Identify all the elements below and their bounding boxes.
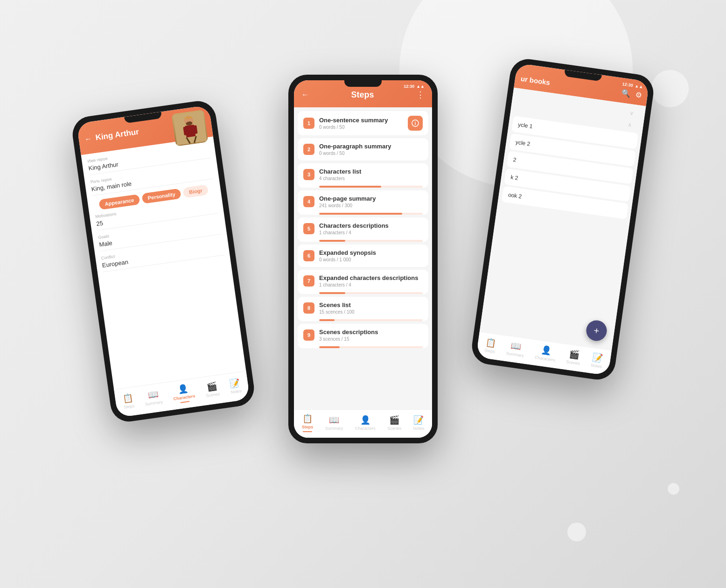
step-progress-fill-4 <box>319 213 402 215</box>
step-item-7[interactable]: 7Expanded characters descriptions1 chara… <box>298 270 428 294</box>
character-avatar <box>171 110 208 147</box>
nav-scenes-right[interactable]: 🎬 Scenes <box>566 348 582 366</box>
bottom-nav-center: 📋 Steps 📖 Summary 👤 Characters 🎬 Scenes <box>294 409 432 438</box>
step-progress-4 <box>319 213 423 215</box>
step-item-3[interactable]: 3Characters list4 characters <box>298 163 428 188</box>
chevron-up-icon: ∧ <box>628 122 633 129</box>
step-progress-fill-5 <box>319 240 345 242</box>
settings-icon-right[interactable]: ⚙ <box>635 90 642 100</box>
step-title-7: Expanded characters descriptions <box>319 274 423 281</box>
nav-summary-right[interactable]: 📖 Summary <box>506 340 526 358</box>
nav-notes-center[interactable]: 📝 Notes <box>413 415 425 431</box>
step-title-3: Characters list <box>319 168 423 175</box>
step-title-6: Expanded synopsis <box>319 249 423 256</box>
status-time-right: 12:30 <box>622 82 633 88</box>
step-title-9: Scenes descriptions <box>319 329 423 336</box>
summary-icon-right: 📖 <box>510 340 522 352</box>
notes-icon-center: 📝 <box>413 415 424 425</box>
tab-personality[interactable]: Personality <box>141 188 182 203</box>
step-item-8[interactable]: 8Scenes list15 scences / 100 <box>298 297 428 321</box>
nav-steps-left[interactable]: 📋 Steps <box>122 392 135 410</box>
summary-icon-left: 📖 <box>147 389 159 400</box>
step-progress-9 <box>319 346 423 348</box>
notes-label-center: Notes <box>413 426 425 431</box>
nav-characters-center[interactable]: 👤 Characters <box>355 415 376 431</box>
nav-scenes-center[interactable]: 🎬 Scenes <box>387 415 401 431</box>
nav-steps-center[interactable]: 📋 Steps <box>302 413 314 432</box>
step-content-2: One-paragraph summary0 words / 50 <box>319 143 423 156</box>
book-name-2: ycle 2 <box>515 139 531 147</box>
step-item-2[interactable]: 2One-paragraph summary0 words / 50 <box>298 138 428 161</box>
back-button-center[interactable]: ← <box>301 91 309 99</box>
step-number-1: 1 <box>303 118 314 129</box>
nav-summary-left[interactable]: 📖 Summary <box>143 388 163 406</box>
characters-label-right: Characters <box>535 355 556 363</box>
notes-label-left: Notes <box>230 388 242 394</box>
tab-appearance[interactable]: Appearance <box>98 194 140 210</box>
nav-characters-left[interactable]: 👤 Characters <box>172 383 196 404</box>
bg-decoration-4 <box>668 483 679 495</box>
phone-center-notch <box>344 80 382 87</box>
nav-notes-right[interactable]: 📝 Notes <box>591 352 604 369</box>
step-subtitle-7: 1 characters / 4 <box>319 282 423 287</box>
characters-label-left: Characters <box>173 393 195 401</box>
phone-center-screen: 12:30 ▲▲ ← Steps ⋮ 1One-sentence summary… <box>294 80 432 438</box>
summary-label-right: Summary <box>506 351 524 358</box>
step-item-1[interactable]: 1One-sentence summary0 words / 50i <box>298 111 428 135</box>
step-progress-7 <box>319 292 423 294</box>
nav-characters-right[interactable]: 👤 Characters <box>535 344 557 363</box>
step-number-9: 9 <box>303 329 314 341</box>
nav-notes-left[interactable]: 📝 Notes <box>229 378 242 395</box>
book-name-1: ycle 1 <box>517 121 533 130</box>
step-item-9[interactable]: 9Scenes descriptions3 scences / 15 <box>298 324 428 348</box>
arthur-portrait <box>171 110 208 147</box>
step-number-4: 4 <box>303 196 314 207</box>
characters-icon-right: 👤 <box>540 344 552 356</box>
step-item-4[interactable]: 4One-page summary241 words / 300 <box>298 190 428 215</box>
more-button-center[interactable]: ⋮ <box>416 90 425 100</box>
step-progress-fill-7 <box>319 292 345 294</box>
steps-label-right: Steps <box>484 348 496 354</box>
step-content-9: Scenes descriptions3 scences / 15 <box>319 329 423 342</box>
steps-icon-center: 📋 <box>302 413 313 424</box>
nav-scenes-left[interactable]: 🎬 Scenes <box>204 380 220 398</box>
step-number-7: 7 <box>303 275 314 287</box>
step-item-6[interactable]: 6Expanded synopsis0 words / 1 000 <box>298 245 428 267</box>
step-number-3: 3 <box>303 169 314 180</box>
steps-list: 1One-sentence summary0 words / 50i2One-p… <box>294 107 432 409</box>
scenes-icon-center: 🎬 <box>389 415 399 425</box>
tab-biography[interactable]: Biogr <box>183 184 209 198</box>
search-icon-right[interactable]: 🔍 <box>621 88 631 98</box>
step-subtitle-4: 241 words / 300 <box>319 203 423 208</box>
phone-center: 12:30 ▲▲ ← Steps ⋮ 1One-sentence summary… <box>288 75 438 443</box>
step-item-5[interactable]: 5Characters descriptions1 characters / 4 <box>298 217 428 242</box>
step-content-8: Scenes list15 scences / 100 <box>319 301 423 315</box>
step-number-5: 5 <box>303 223 314 234</box>
phone-left: 12:30 ▲▲ ← King Arthur <box>70 99 257 424</box>
step-subtitle-9: 3 scences / 15 <box>319 336 423 342</box>
nav-steps-right[interactable]: 📋 Steps <box>484 337 497 354</box>
step-title-2: One-paragraph summary <box>319 143 423 150</box>
summary-icon-center: 📖 <box>329 415 339 425</box>
back-button-left[interactable]: ← <box>84 134 92 144</box>
scenes-label-center: Scenes <box>387 426 401 431</box>
characters-icon-left: 👤 <box>177 383 189 395</box>
steps-icon-left: 📋 <box>122 392 134 404</box>
signal-center: ▲▲ <box>416 84 425 89</box>
step-info-btn-1[interactable]: i <box>408 116 423 131</box>
chevron-down-icon: ∨ <box>629 110 634 117</box>
steps-label-left: Steps <box>124 404 135 410</box>
nav-summary-center[interactable]: 📖 Summary <box>325 415 343 431</box>
scenes-label-left: Scenes <box>206 392 220 398</box>
step-subtitle-5: 1 characters / 4 <box>319 230 423 235</box>
step-progress-fill-8 <box>319 319 335 321</box>
step-title-8: Scenes list <box>319 301 423 308</box>
summary-label-left: Summary <box>145 399 163 406</box>
step-progress-5 <box>319 240 423 242</box>
notes-label-right: Notes <box>591 363 602 369</box>
notes-icon-right: 📝 <box>592 352 603 364</box>
scenes-icon-left: 🎬 <box>206 381 218 392</box>
books-title: ur books <box>520 75 551 87</box>
step-subtitle-1: 0 words / 50 <box>319 125 403 130</box>
bg-decoration-2 <box>651 70 689 107</box>
